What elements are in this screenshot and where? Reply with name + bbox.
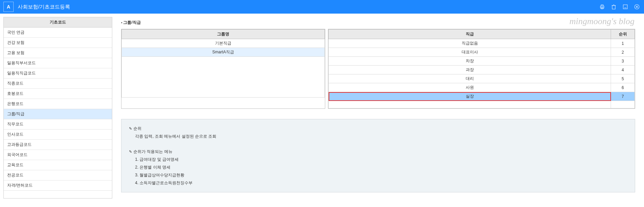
table-row[interactable]: 사원6 <box>329 83 635 92</box>
rank-header-rank: 순위 <box>611 30 635 39</box>
minimize-icon[interactable] <box>622 3 629 11</box>
group-table: 그룹명 기본직급SmartA직급 <box>121 29 325 109</box>
help-panel: ✎순위 각종 입력, 조회 메뉴에서 설정된 순으로 조회 ✎순위가 적용되는 … <box>121 119 635 192</box>
table-row[interactable]: 과장4 <box>329 66 635 74</box>
svg-rect-6 <box>623 5 627 9</box>
group-header: 그룹명 <box>122 30 325 39</box>
table-row[interactable]: 차장3 <box>329 57 635 66</box>
sidebar-item[interactable]: 일용직부서코드 <box>4 58 112 68</box>
table-row[interactable]: 대표이사2 <box>329 48 635 57</box>
help-item: 1. 급여대장 및 급여명세 <box>135 156 627 163</box>
table-row[interactable]: 직급없음1 <box>329 39 635 48</box>
table-row[interactable]: 기본직급 <box>122 39 325 48</box>
help-item: 3. 월별급상여수당지급현황 <box>135 171 627 179</box>
page-title: 사회보험/기초코드등록 <box>18 4 70 10</box>
delete-icon[interactable] <box>610 3 617 11</box>
sidebar-item[interactable]: 직종코드 <box>4 79 112 89</box>
sidebar-item[interactable]: 은행코드 <box>4 99 112 109</box>
print-icon[interactable] <box>598 3 606 11</box>
help-item: 4. 소득자별근로소득원천징수부 <box>135 179 627 187</box>
table-row[interactable]: 대리5 <box>329 74 635 83</box>
watermark: mingmoong's blog <box>569 16 634 27</box>
sidebar-item[interactable]: 국민 연금 <box>4 28 112 38</box>
section-title: 그룹/직급 <box>121 20 635 25</box>
rank-header-name: 직급 <box>329 30 611 39</box>
sidebar: 기초코드 국민 연금건강 보험고용 보험일용직부서코드일용직직급코드직종코드호봉… <box>3 17 112 199</box>
svg-rect-1 <box>601 5 603 6</box>
sidebar-item[interactable]: 교육코드 <box>4 160 112 170</box>
close-icon[interactable] <box>633 3 641 11</box>
note-icon: ✎ <box>129 126 132 131</box>
sidebar-item[interactable]: 자격/면허코드 <box>4 180 112 191</box>
sidebar-item[interactable]: 일용직직급코드 <box>4 68 112 79</box>
svg-rect-0 <box>600 6 604 8</box>
sidebar-header: 기초코드 <box>4 17 112 28</box>
sidebar-item[interactable]: 고용 보험 <box>4 48 112 58</box>
sidebar-item[interactable]: 그룹/직급 <box>4 109 112 119</box>
svg-rect-3 <box>612 5 615 9</box>
sidebar-item[interactable]: 건강 보험 <box>4 38 112 48</box>
app-logo: A <box>3 2 14 12</box>
sidebar-item[interactable]: 외국어코드 <box>4 150 112 160</box>
sidebar-item[interactable]: 인사코드 <box>4 130 112 140</box>
table-row[interactable]: SmartA직급 <box>122 48 325 57</box>
sidebar-item[interactable]: 직무코드 <box>4 119 112 130</box>
table-row[interactable]: 실장7 <box>329 92 635 101</box>
note-icon: ✎ <box>129 150 132 154</box>
rank-table: 직급 순위 직급없음1대표이사2차장3과장4대리5사원6실장7 <box>328 29 635 109</box>
sidebar-item[interactable]: 고과등급코드 <box>4 140 112 150</box>
sidebar-item[interactable]: 호봉코드 <box>4 89 112 99</box>
sidebar-item[interactable]: 전공코드 <box>4 170 112 180</box>
help-item: 2. 은행별 이체 명세 <box>135 163 627 171</box>
